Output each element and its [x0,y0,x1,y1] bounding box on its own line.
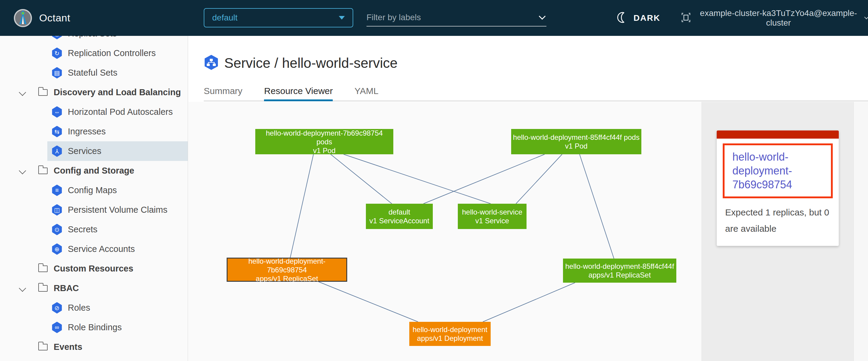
dark-theme-label: DARK [633,13,660,23]
sidebar-item-label: Service Accounts [68,244,135,254]
sidebar-item-stateful-sets[interactable]: ▤Stateful Sets [0,63,188,83]
node-label: hello-world-deployment-7b69c98754 [229,257,344,274]
graph-node-pod-85ff4cf44f[interactable]: hello-world-deployment-85ff4cf44f podsv1… [511,129,641,154]
sidebar-item-service-accounts[interactable]: ⊕Service Accounts [0,239,188,259]
chevron-down-icon[interactable] [19,89,26,96]
dark-theme-toggle[interactable]: DARK [616,0,660,36]
graph-node-pod-7b69c98754[interactable]: hello-world-deployment-7b69c98754 podsv1… [255,129,393,154]
resource-link[interactable]: hello-world-deployment-7b69c98754 [733,150,825,192]
status-error-bar [717,130,839,139]
label-filter [367,9,547,27]
chevron-down-icon [864,15,868,19]
sidebar-item-replication-controllers[interactable]: ↻Replication Controllers [0,43,188,63]
page-title: Service / hello-world-service [224,55,398,71]
graph-edge [344,154,491,204]
sidebar-item-label: Role Bindings [68,322,122,332]
sidebar-item-config-maps[interactable]: ≡Config Maps [0,180,188,200]
graph-node-replicaset-85ff4cf44f[interactable]: hello-world-deployment-85ff4cf44fapps/v1… [563,259,676,283]
node-label: hello-world-deployment [412,325,487,334]
sidebar-item-events[interactable]: Events [0,337,188,357]
sidebar-item-label: Roles [68,303,90,313]
node-label: hello-world-deployment-85ff4cf44f pods [513,133,640,142]
stateful-sets-icon: ▤ [52,67,62,79]
sidebar-group-label: RBAC [54,283,79,293]
tab-resource-viewer[interactable]: Resource Viewer [264,81,333,101]
folder-icon [38,265,48,272]
app-title: Octant [39,0,70,36]
service-icon [204,55,219,71]
graph-edge [290,154,313,258]
graph-edge [516,154,562,204]
sidebar-item-secrets[interactable]: ⊙Secrets [0,220,188,239]
moon-icon [616,11,629,25]
sidebar-item-label: Replica Sets [68,36,117,39]
graph-node-serviceaccount-default[interactable]: defaultv1 ServiceAccount [366,204,433,229]
folder-icon [38,89,48,96]
sidebar-item-horizontal-pod-autoscalers[interactable]: ⇔Horizontal Pod Autoscalers [0,102,188,122]
namespace-select[interactable]: default [204,8,353,27]
node-subtitle: v1 Service [475,216,509,225]
folder-icon [38,344,48,351]
sidebar-item-ingresses[interactable]: ⇆Ingresses [0,122,188,141]
sidebar-item-custom-resources[interactable]: Custom Resources [0,259,188,278]
detail-panel: hello-world-deployment-7b69c98754 Expect… [701,102,854,361]
horizontal-pod-autoscalers-icon: ⇔ [52,106,62,118]
selected-resource-box: hello-world-deployment-7b69c98754 [723,143,833,198]
graph-edge [318,282,418,322]
sidebar-item-replica-sets[interactable]: ◉Replica Sets [0,36,188,43]
graph-node-service-hello-world-service[interactable]: hello-world-servicev1 Service [458,204,527,229]
sidebar-item-label: Ingresses [68,127,106,136]
secrets-icon: ⊙ [52,224,62,235]
chevron-down-icon [539,13,546,20]
graph-edge [331,154,392,204]
main-content: Service / hello-world-service SummaryRes… [188,36,868,361]
config-maps-icon: ≡ [52,185,62,196]
roles-icon: ⊘ [52,302,62,314]
sidebar-item-services[interactable]: ⅄Services [0,141,188,161]
status-message: Expected 1 replicas, but 0 are available [725,204,831,237]
folder-icon [38,285,48,292]
sidebar-group-label: Config and Storage [54,166,134,176]
folder-icon [38,168,48,174]
tab-summary[interactable]: Summary [204,81,242,101]
node-label: hello-world-deployment-85ff4cf44f [565,262,674,271]
sidebar-item-role-bindings[interactable]: ∞Role Bindings [0,318,188,337]
node-subtitle: apps/v1 ReplicaSet [256,274,318,283]
cluster-icon [680,11,692,24]
sidebar-item-roles[interactable]: ⊘Roles [0,298,188,318]
sidebar-item-discovery-and-load-balancing[interactable]: Discovery and Load Balancing [0,83,188,102]
sidebar: ◉Replica Sets↻Replication Controllers▤St… [0,36,188,361]
ingresses-icon: ⇆ [52,126,62,137]
sidebar-item-config-and-storage[interactable]: Config and Storage [0,161,188,180]
node-label: hello-world-service [462,208,522,216]
node-subtitle: apps/v1 Deployment [417,334,483,342]
page-header: Service / hello-world-service [204,55,398,71]
graph-edge [580,154,614,259]
node-subtitle: apps/v1 ReplicaSet [589,271,651,280]
chevron-down-icon[interactable] [19,167,26,174]
node-subtitle: v1 ServiceAccount [370,216,430,225]
tab-yaml[interactable]: YAML [354,81,378,101]
replica-sets-icon: ◉ [52,36,62,39]
resource-viewer-canvas: hello-world-deployment-7b69c98754 podsv1… [188,102,701,361]
scrollbar-gutter[interactable] [854,102,868,361]
sidebar-item-rbac[interactable]: RBAC [0,278,188,298]
graph-edge [424,154,545,204]
status-card: hello-world-deployment-7b69c98754 Expect… [717,130,839,246]
sidebar-item-label: Persistent Volume Claims [68,205,167,215]
cluster-context-label: example-cluster-ka3TuTzYo4a@example-clus… [697,8,860,28]
service-accounts-icon: ⊕ [52,243,62,255]
services-icon: ⅄ [52,145,62,157]
graph-node-deployment-hello-world[interactable]: hello-world-deploymentapps/v1 Deployment [409,322,491,346]
role-bindings-icon: ∞ [52,322,62,333]
sidebar-item-label: Config Maps [68,185,117,195]
sidebar-item-persistent-volume-claims[interactable]: ◫Persistent Volume Claims [0,200,188,220]
sidebar-item-label: Stateful Sets [68,68,117,78]
chevron-down-icon[interactable] [19,285,26,292]
graph-node-replicaset-7b69c98754[interactable]: hello-world-deployment-7b69c98754apps/v1… [227,258,347,282]
label-filter-input[interactable] [367,13,540,22]
cluster-context-selector[interactable]: example-cluster-ka3TuTzYo4a@example-clus… [680,0,868,36]
graph-edge [483,283,575,322]
sidebar-group-label: Events [54,342,82,352]
caret-down-icon [339,16,345,20]
